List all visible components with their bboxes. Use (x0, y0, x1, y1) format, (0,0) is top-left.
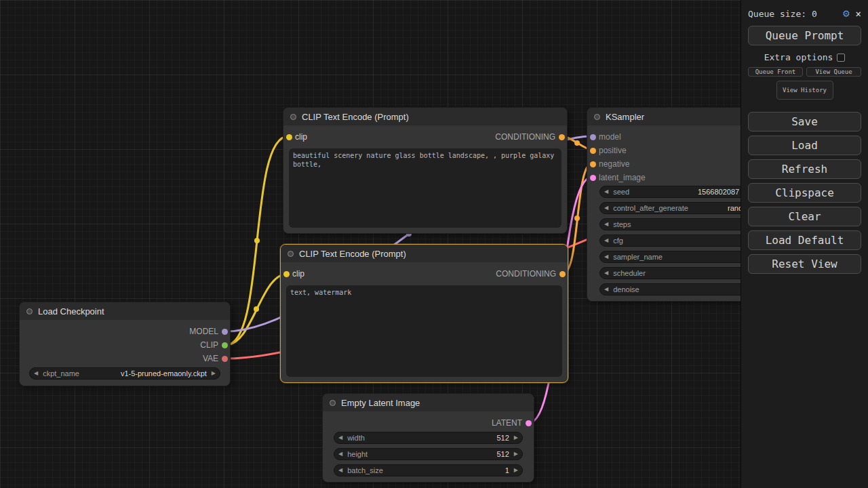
queue-size-label: Queue size: 0 (748, 9, 843, 19)
node-title: CLIP Text Encode (Prompt) (302, 112, 409, 122)
vae-output-label: VAE (203, 354, 218, 363)
link-midpoint-dot (254, 238, 260, 243)
clip-input-slot[interactable] (286, 134, 292, 140)
reset-view-button[interactable]: Reset View (748, 254, 861, 274)
positive-prompt-textarea[interactable]: beautiful scenery nature glass bottle la… (289, 148, 561, 228)
node-titlebar[interactable]: Load Checkpoint (20, 302, 230, 320)
latent-image-input-slot[interactable] (590, 175, 596, 181)
node-graph-canvas[interactable]: CLIP Text Encode (Prompt) clip CONDITION… (0, 0, 868, 488)
increment-arrow-icon[interactable]: ▶ (514, 468, 518, 473)
widget-value: 1566802087 (698, 188, 739, 196)
widget-name: width (347, 434, 365, 442)
load-button[interactable]: Load (748, 136, 861, 155)
decrement-arrow-icon[interactable]: ◀ (604, 238, 608, 243)
prev-arrow-icon[interactable]: ◀ (604, 254, 608, 260)
negative-input-slot[interactable] (590, 161, 596, 167)
view-history-button[interactable]: View History (776, 81, 833, 100)
widget-name: denoise (613, 285, 639, 293)
model-output-slot[interactable] (222, 329, 228, 335)
vae-output-slot[interactable] (222, 356, 228, 362)
widget-value: 512 (496, 434, 509, 442)
link-midpoint-dot (574, 216, 580, 221)
node-titlebar[interactable]: CLIP Text Encode (Prompt) (283, 108, 567, 125)
extra-options-row: Extra options (748, 52, 861, 62)
conditioning-output-slot[interactable] (559, 271, 566, 277)
widget-name: steps (613, 220, 631, 228)
link-midpoint-dot (574, 140, 580, 146)
link-midpoint-dot (254, 306, 259, 312)
latent-image-input-label: latent_image (599, 173, 646, 182)
widget-value: 1 (505, 466, 509, 474)
widget-name: height (347, 450, 368, 458)
prev-arrow-icon[interactable]: ◀ (604, 270, 608, 276)
widget-name: ckpt_name (43, 369, 79, 378)
clip-input-label: clip (292, 269, 304, 279)
node-empty-latent-image[interactable]: Empty Latent Image LATENT ◀ width 512 ▶ … (322, 393, 534, 483)
decrement-arrow-icon[interactable]: ◀ (338, 468, 342, 473)
model-input-label: model (599, 132, 621, 142)
conditioning-output-label: CONDITIONING (496, 269, 556, 279)
collapse-dot[interactable] (290, 114, 296, 120)
latent-output-slot[interactable] (526, 420, 532, 426)
next-arrow-icon[interactable]: ▶ (212, 371, 216, 376)
decrement-arrow-icon[interactable]: ◀ (604, 189, 608, 195)
decrement-arrow-icon[interactable]: ◀ (604, 222, 608, 227)
view-queue-button[interactable]: View Queue (806, 67, 861, 77)
queue-buttons-row: Queue Front View Queue (748, 67, 861, 77)
clip-input-label: clip (295, 132, 307, 142)
node-clip-text-encode-positive[interactable]: CLIP Text Encode (Prompt) clip CONDITION… (283, 107, 568, 234)
node-load-checkpoint[interactable]: Load Checkpoint MODEL CLIP VAE ◀ ckpt_na… (19, 302, 231, 386)
node-title: CLIP Text Encode (Prompt) (299, 249, 406, 259)
collapse-dot[interactable] (288, 251, 294, 257)
comfy-menu-panel: Queue size: 0 ⚙ ✕ Queue Prompt Extra opt… (741, 0, 868, 488)
widget-name: seed (613, 188, 629, 196)
widget-value: v1-5-pruned-emaonly.ckpt (121, 369, 207, 378)
increment-arrow-icon[interactable]: ▶ (514, 435, 518, 441)
node-clip-text-encode-negative[interactable]: CLIP Text Encode (Prompt) clip CONDITION… (280, 244, 568, 383)
positive-input-label: positive (599, 146, 627, 155)
widget-name: control_after_generate (613, 204, 688, 212)
conditioning-output-slot[interactable] (559, 134, 565, 140)
ckpt-name-widget[interactable]: ◀ ckpt_name v1-5-pruned-emaonly.ckpt ▶ (29, 367, 220, 380)
decrement-arrow-icon[interactable]: ◀ (338, 451, 342, 457)
negative-prompt-textarea[interactable]: text, watermark (286, 285, 562, 377)
save-button[interactable]: Save (748, 112, 861, 131)
settings-gear-icon[interactable]: ⚙ (843, 8, 850, 19)
widget-name: batch_size (347, 466, 383, 474)
increment-arrow-icon[interactable]: ▶ (514, 451, 518, 457)
batch-size-widget[interactable]: ◀ batch_size 1 ▶ (334, 464, 523, 476)
queue-front-button[interactable]: Queue Front (748, 67, 803, 77)
queue-prompt-button[interactable]: Queue Prompt (748, 26, 861, 45)
model-output-label: MODEL (189, 327, 218, 336)
model-input-slot[interactable] (590, 134, 596, 140)
extra-options-label: Extra options (764, 52, 833, 62)
prev-arrow-icon[interactable]: ◀ (604, 205, 608, 211)
collapse-dot[interactable] (330, 400, 336, 406)
widget-name: scheduler (613, 269, 646, 277)
collapse-dot[interactable] (26, 308, 33, 314)
node-titlebar[interactable]: CLIP Text Encode (Prompt) (281, 245, 568, 262)
node-titlebar[interactable]: Empty Latent Image (323, 394, 534, 411)
width-widget[interactable]: ◀ width 512 ▶ (334, 432, 523, 444)
collapse-dot[interactable] (594, 114, 600, 120)
close-menu-icon[interactable]: ✕ (856, 9, 861, 18)
negative-input-label: negative (599, 159, 629, 169)
prev-arrow-icon[interactable]: ◀ (34, 371, 38, 376)
clip-output-label: CLIP (200, 340, 218, 350)
widget-name: sampler_name (613, 253, 663, 261)
node-title: Empty Latent Image (341, 398, 420, 408)
widget-value: 512 (496, 450, 509, 458)
decrement-arrow-icon[interactable]: ◀ (338, 435, 342, 441)
height-widget[interactable]: ◀ height 512 ▶ (334, 448, 523, 460)
clip-input-slot[interactable] (283, 271, 290, 277)
clear-button[interactable]: Clear (748, 207, 861, 226)
load-default-button[interactable]: Load Default (748, 230, 861, 250)
queue-size-row: Queue size: 0 ⚙ ✕ (748, 7, 861, 20)
clip-output-slot[interactable] (222, 342, 228, 348)
clipspace-button[interactable]: Clipspace (748, 183, 861, 203)
extra-options-checkbox[interactable] (837, 54, 845, 62)
positive-input-slot[interactable] (590, 148, 596, 154)
refresh-button[interactable]: Refresh (748, 159, 861, 179)
decrement-arrow-icon[interactable]: ◀ (604, 287, 608, 292)
node-title: KSampler (606, 112, 644, 122)
